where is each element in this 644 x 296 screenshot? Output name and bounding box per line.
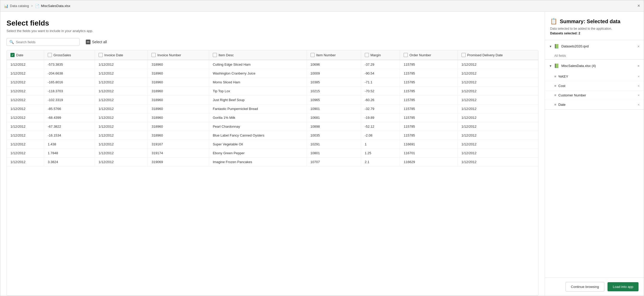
cell-order_number: 115785	[400, 60, 458, 69]
search-input[interactable]	[16, 40, 77, 44]
col-checkbox-date[interactable]	[10, 53, 15, 57]
cell-item_number: 10696	[307, 60, 361, 69]
cell-margin: 1.25	[361, 149, 400, 158]
dataset-name-1: Datasets2020.qvd	[561, 44, 635, 48]
cell-grosssales: 1.438	[44, 140, 95, 149]
cell-date: 1/12/2012	[7, 113, 44, 122]
cell-item_desc: Super Vegetable Oil	[209, 140, 307, 149]
cell-promised_delivery: 1/12/2012	[458, 149, 538, 158]
cell-invoice_date: 1/12/2012	[95, 60, 148, 69]
cell-grosssales: 1.7848	[44, 149, 95, 158]
select-all-label: Select all	[92, 40, 107, 44]
page-title: Select fields	[7, 19, 538, 27]
cell-date: 1/12/2012	[7, 131, 44, 140]
dataset-section-1: ▼ 📗 Datasets2020.qvd × All fields	[545, 40, 644, 60]
col-checkbox-item-number[interactable]	[311, 53, 315, 57]
cell-invoice_date: 1/12/2012	[95, 96, 148, 104]
cell-invoice_date: 1/12/2012	[95, 131, 148, 140]
cell-date: 1/12/2012	[7, 78, 44, 87]
col-checkbox-item-desc[interactable]	[213, 53, 217, 57]
cell-date: 1/12/2012	[7, 60, 44, 69]
cell-invoice_date: 1/12/2012	[95, 69, 148, 78]
continue-browsing-button[interactable]: Continue browsing	[566, 282, 605, 292]
search-box[interactable]: 🔍	[7, 38, 80, 46]
right-panel-body: ▼ 📗 Datasets2020.qvd × All fields ▼ 📗 Mi…	[545, 40, 644, 278]
field-remove-button[interactable]: ×	[637, 84, 640, 88]
col-header-date: Date	[7, 50, 44, 60]
col-header-grosssales: GrossSales	[44, 50, 95, 60]
cell-grosssales: -67.3822	[44, 122, 95, 131]
cell-item_desc: Just Right Beef Soup	[209, 96, 307, 104]
col-header-item-number: Item Number	[307, 50, 361, 60]
col-header-promised-delivery: Promised Delivery Date	[458, 50, 538, 60]
dataset-xlsx-icon: 📗	[554, 63, 559, 68]
cell-invoice_number: 319069	[148, 158, 209, 166]
cell-item_desc: Moms Sliced Ham	[209, 78, 307, 87]
summary-title: Summary: Selected data	[560, 18, 620, 24]
col-header-item-desc: Item Desc	[209, 50, 307, 60]
cell-item_desc: Cutting Edge Sliced Ham	[209, 60, 307, 69]
field-item: ≡Customer Number×	[545, 91, 644, 100]
cell-item_desc: Ebony Green Pepper	[209, 149, 307, 158]
cell-promised_delivery: 1/12/2012	[458, 131, 538, 140]
field-item: ≡Date×	[545, 100, 644, 109]
cell-margin: -32.79	[361, 104, 400, 113]
col-checkbox-promised-delivery[interactable]	[461, 53, 466, 57]
table-row: 1/12/2012-165.80161/12/2012318960Moms Sl…	[7, 78, 538, 87]
cell-item_desc: Pearl Chardonnay	[209, 122, 307, 131]
cell-item_desc: Washington Cranberry Juice	[209, 69, 307, 78]
close-button[interactable]: ×	[637, 3, 640, 9]
cell-margin: -2.08	[361, 131, 400, 140]
cell-order_number: 116701	[400, 149, 458, 158]
cell-grosssales: -68.4399	[44, 113, 95, 122]
cell-date: 1/12/2012	[7, 158, 44, 166]
cell-order_number: 115785	[400, 78, 458, 87]
cell-order_number: 115785	[400, 104, 458, 113]
field-remove-button[interactable]: ×	[637, 75, 640, 78]
col-checkbox-order-number[interactable]	[404, 53, 408, 57]
field-name: Date	[558, 103, 636, 107]
cell-margin: -90.54	[361, 69, 400, 78]
cell-invoice_number: 319167	[148, 140, 209, 149]
cell-margin: -19.89	[361, 113, 400, 122]
cell-date: 1/12/2012	[7, 96, 44, 104]
cell-invoice_date: 1/12/2012	[95, 87, 148, 96]
field-remove-button[interactable]: ×	[637, 103, 640, 107]
field-table-icon: ≡	[554, 75, 556, 78]
col-checkbox-invoice-number[interactable]	[151, 53, 156, 57]
cell-invoice_date: 1/12/2012	[95, 122, 148, 131]
cell-margin: -71.1	[361, 78, 400, 87]
cell-grosssales: 3.3824	[44, 158, 95, 166]
table-row: 1/12/2012-68.43991/12/2012318960Gorilla …	[7, 113, 538, 122]
cell-date: 1/12/2012	[7, 140, 44, 149]
dataset-header-1: ▼ 📗 Datasets2020.qvd ×	[545, 40, 644, 52]
dataset-close-button-2[interactable]: ×	[637, 64, 640, 68]
field-remove-button[interactable]: ×	[637, 93, 640, 97]
col-header-invoice-date: Invoice Date	[95, 50, 148, 60]
field-table-icon: ≡	[554, 84, 556, 88]
cell-item_number: 10009	[307, 69, 361, 78]
cell-item_number: 10385	[307, 78, 361, 87]
cell-promised_delivery: 1/12/2012	[458, 60, 538, 69]
cell-item_desc: Tip Top Lox	[209, 87, 307, 96]
file-icon: 📄	[35, 4, 39, 8]
dataset-expand-icon-1[interactable]: ▼	[549, 45, 552, 48]
dataset-all-fields-1: All fields	[545, 52, 644, 59]
cell-promised_delivery: 1/12/2012	[458, 122, 538, 131]
cell-invoice_date: 1/12/2012	[95, 149, 148, 158]
table-header-row: Date GrossSales	[7, 50, 538, 60]
breadcrumb-data-catalog[interactable]: 📊 Data catalog	[4, 4, 29, 8]
cell-order_number: 115785	[400, 87, 458, 96]
table-row: 1/12/2012-67.38221/12/2012318960Pearl Ch…	[7, 122, 538, 131]
col-checkbox-margin[interactable]	[365, 53, 369, 57]
col-header-margin: Margin	[361, 50, 400, 60]
col-checkbox-grosssales[interactable]	[48, 53, 52, 57]
col-checkbox-invoice-date[interactable]	[99, 53, 103, 57]
load-into-app-button[interactable]: Load into app	[607, 282, 639, 291]
cell-grosssales: -16.1534	[44, 131, 95, 140]
dataset-expand-icon-2[interactable]: ▼	[549, 64, 552, 67]
dataset-close-button-1[interactable]: ×	[637, 44, 640, 48]
select-all-button[interactable]: Select all	[84, 39, 109, 45]
cell-item_number: 10215	[307, 87, 361, 96]
breadcrumb-file[interactable]: 📄 MiscSalesData.xlsx	[35, 4, 70, 8]
